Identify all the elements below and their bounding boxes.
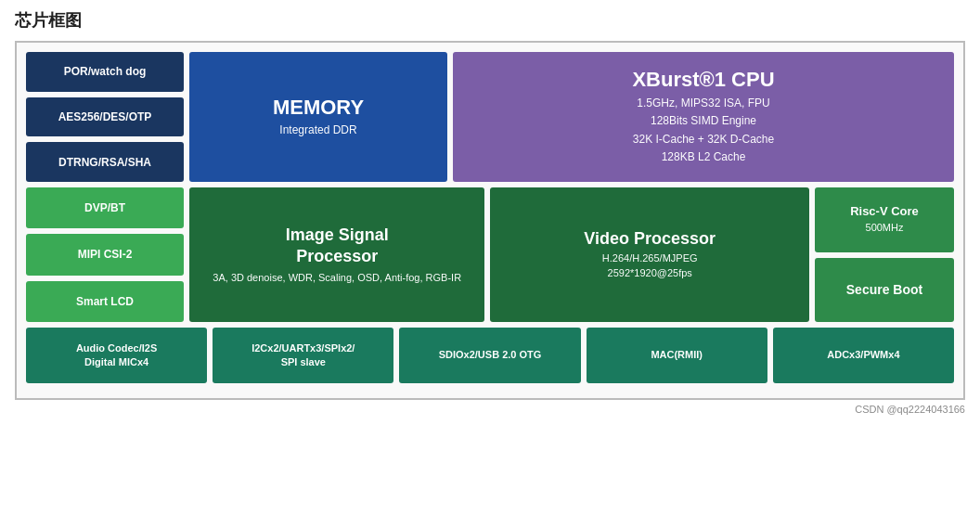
smart-lcd-cell: Smart LCD: [26, 281, 184, 322]
cpu-sub: 1.5GHz, MIPS32 ISA, FPU 128Bits SIMD Eng…: [633, 95, 774, 166]
adc-cell: ADCx3/PWMx4: [773, 328, 954, 383]
page-title: 芯片框图: [15, 9, 965, 32]
secure-boot-cell: Secure Boot: [815, 258, 954, 323]
audio-cell: Audio Codec/I2S Digital MICx4: [26, 328, 207, 383]
left-col-top: POR/watch dog AES256/DES/OTP DTRNG/RSA/S…: [26, 52, 184, 182]
adc-label: ADCx3/PWMx4: [827, 348, 899, 362]
vp-title: Video Processor: [584, 229, 716, 249]
i2c-label: I2Cx2/UARTx3/SPIx2/ SPI slave: [251, 341, 355, 370]
sdio-cell: SDIOx2/USB 2.0 OTG: [399, 328, 580, 383]
row-top: POR/watch dog AES256/DES/OTP DTRNG/RSA/S…: [26, 52, 954, 182]
mipi-label: MIPI CSI-2: [78, 248, 133, 261]
cpu-cell: XBurst®1 CPU 1.5GHz, MIPS32 ISA, FPU 128…: [453, 52, 954, 182]
sdio-label: SDIOx2/USB 2.0 OTG: [439, 348, 542, 362]
por-watchdog-label: POR/watch dog: [64, 65, 147, 78]
dvp-label: DVP/BT: [84, 201, 125, 214]
right-col: Risc-V Core 500MHz Secure Boot: [815, 187, 954, 322]
secure-boot-label: Secure Boot: [846, 282, 922, 297]
risc-title: Risc-V Core: [850, 204, 919, 218]
aes-cell: AES256/DES/OTP: [26, 97, 184, 137]
memory-title: MEMORY: [273, 96, 364, 120]
watermark: CSDN @qq2224043166: [15, 404, 965, 415]
risc-sub: 500MHz: [866, 221, 904, 235]
smart-lcd-label: Smart LCD: [76, 295, 134, 308]
chip-diagram: POR/watch dog AES256/DES/OTP DTRNG/RSA/S…: [15, 41, 965, 400]
i2c-cell: I2Cx2/UARTx3/SPIx2/ SPI slave: [213, 328, 393, 383]
dvp-cell: DVP/BT: [26, 187, 184, 228]
isp-sub: 3A, 3D denoise, WDR, Scaling, OSD, Anti-…: [213, 271, 461, 285]
memory-cell: MEMORY Integrated DDR: [189, 52, 447, 182]
vp-cell: Video Processor H.264/H.265/MJPEG 2592*1…: [490, 187, 809, 322]
dtrng-cell: DTRNG/RSA/SHA: [26, 142, 184, 182]
mac-cell: MAC(RMII): [587, 328, 767, 383]
memory-sub: Integrated DDR: [279, 122, 356, 138]
dtrng-label: DTRNG/RSA/SHA: [58, 156, 151, 169]
row-mid: DVP/BT MIPI CSI-2 Smart LCD Image Signal…: [26, 187, 954, 322]
aes-label: AES256/DES/OTP: [58, 110, 152, 123]
left-col-mid: DVP/BT MIPI CSI-2 Smart LCD: [26, 187, 184, 322]
vp-sub: H.264/H.265/MJPEG 2592*1920@25fps: [602, 251, 698, 280]
cpu-title: XBurst®1 CPU: [632, 68, 774, 92]
por-watchdog-cell: POR/watch dog: [26, 52, 184, 92]
mac-label: MAC(RMII): [651, 348, 703, 362]
audio-label: Audio Codec/I2S Digital MICx4: [76, 341, 157, 370]
row-bottom: Audio Codec/I2S Digital MICx4 I2Cx2/UART…: [26, 328, 954, 383]
mipi-cell: MIPI CSI-2: [26, 234, 184, 275]
isp-cell: Image Signal Processor 3A, 3D denoise, W…: [189, 187, 484, 322]
risc-cell: Risc-V Core 500MHz: [815, 187, 954, 252]
isp-title: Image Signal Processor: [286, 225, 389, 268]
